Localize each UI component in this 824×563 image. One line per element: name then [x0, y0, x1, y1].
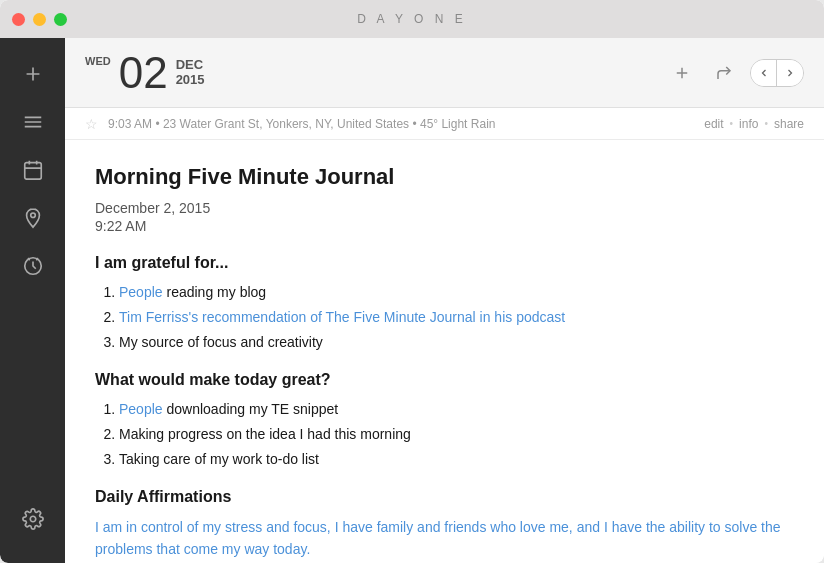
add-icon: [22, 63, 44, 85]
grateful-item-1-link[interactable]: People: [119, 284, 163, 300]
list-item: Tim Ferriss's recommendation of The Five…: [119, 307, 794, 328]
svg-rect-5: [24, 163, 41, 180]
nav-arrows: [750, 59, 804, 87]
minimize-button[interactable]: [33, 13, 46, 26]
date-display: WED 02 DEC 2015: [85, 51, 205, 95]
entry-meta: 9:03 AM • 23 Water Grant St, Yonkers, NY…: [108, 117, 495, 131]
affirmations-content: I am in control of my stress and focus, …: [95, 519, 781, 557]
sidebar-location-button[interactable]: [13, 198, 53, 238]
meta-separator-1: •: [155, 117, 163, 131]
entry-weather: 45° Light Rain: [420, 117, 496, 131]
today-item-3-text: Taking care of my work to-do list: [119, 451, 319, 467]
day-number: 02: [119, 51, 168, 95]
today-list: People downloading my TE snippet Making …: [95, 399, 794, 470]
year: 2015: [176, 72, 205, 87]
sidebar-reminder-button[interactable]: [13, 246, 53, 286]
entry-time: 9:03 AM: [108, 117, 152, 131]
main-layout: WED 02 DEC 2015: [0, 38, 824, 563]
sidebar-calendar-button[interactable]: [13, 150, 53, 190]
today-item-1-rest: downloading my TE snippet: [163, 401, 339, 417]
sidebar-settings-button[interactable]: [13, 499, 53, 539]
today-item-1-link[interactable]: People: [119, 401, 163, 417]
list-item: My source of focus and creativity: [119, 332, 794, 353]
entry-title: Morning Five Minute Journal: [95, 164, 794, 190]
section-heading-grateful: I am grateful for...: [95, 254, 794, 272]
add-entry-button[interactable]: [666, 57, 698, 89]
entry-date: December 2, 2015: [95, 200, 794, 216]
star-icon[interactable]: ☆: [85, 116, 98, 132]
entry-location: 23 Water Grant St, Yonkers, NY, United S…: [163, 117, 409, 131]
meta-dot-2: •: [764, 118, 768, 129]
month: DEC: [176, 57, 205, 72]
entry-time-display: 9:22 AM: [95, 218, 794, 234]
section-heading-today: What would make today great?: [95, 371, 794, 389]
list-item: People downloading my TE snippet: [119, 399, 794, 420]
chevron-left-icon: [758, 67, 770, 79]
content-area: WED 02 DEC 2015: [65, 38, 824, 563]
section-heading-affirmations: Daily Affirmations: [95, 488, 794, 506]
reminder-icon: [22, 255, 44, 277]
list-item: Taking care of my work to-do list: [119, 449, 794, 470]
sidebar: [0, 38, 65, 563]
next-entry-button[interactable]: [777, 60, 803, 86]
list-item: Making progress on the idea I had this m…: [119, 424, 794, 445]
meta-bar: ☆ 9:03 AM • 23 Water Grant St, Yonkers, …: [65, 108, 824, 140]
sidebar-add-button[interactable]: [13, 54, 53, 94]
affirmations-text: I am in control of my stress and focus, …: [95, 516, 794, 561]
meta-separator-2: •: [412, 117, 420, 131]
share-entry-button[interactable]: share: [774, 117, 804, 131]
maximize-button[interactable]: [54, 13, 67, 26]
header-bar: WED 02 DEC 2015: [65, 38, 824, 108]
share-button[interactable]: [708, 57, 740, 89]
menu-icon: [22, 111, 44, 133]
today-item-2-text: Making progress on the idea I had this m…: [119, 426, 411, 442]
grateful-item-1-rest: reading my blog: [163, 284, 267, 300]
location-icon: [22, 207, 44, 229]
info-button[interactable]: info: [739, 117, 758, 131]
header-actions: [666, 57, 804, 89]
month-year: DEC 2015: [176, 57, 205, 87]
day-of-week: WED: [85, 55, 111, 67]
meta-dot-1: •: [730, 118, 734, 129]
plus-icon: [673, 64, 691, 82]
edit-button[interactable]: edit: [704, 117, 723, 131]
grateful-list: People reading my blog Tim Ferriss's rec…: [95, 282, 794, 353]
journal-content[interactable]: Morning Five Minute Journal December 2, …: [65, 140, 824, 563]
svg-point-13: [30, 516, 36, 522]
grateful-item-3-text: My source of focus and creativity: [119, 334, 323, 350]
meta-actions: edit • info • share: [704, 117, 804, 131]
prev-entry-button[interactable]: [751, 60, 777, 86]
chevron-right-icon: [784, 67, 796, 79]
close-button[interactable]: [12, 13, 25, 26]
app-window: D A Y O N E: [0, 0, 824, 563]
app-title: D A Y O N E: [357, 12, 467, 26]
sidebar-menu-button[interactable]: [13, 102, 53, 142]
titlebar: D A Y O N E: [0, 0, 824, 38]
list-item: People reading my blog: [119, 282, 794, 303]
grateful-item-2-link[interactable]: Tim Ferriss's recommendation of The Five…: [119, 309, 565, 325]
calendar-icon: [22, 159, 44, 181]
share-icon: [715, 64, 733, 82]
svg-point-9: [30, 213, 35, 218]
gear-icon: [22, 508, 44, 530]
window-controls: [12, 13, 67, 26]
